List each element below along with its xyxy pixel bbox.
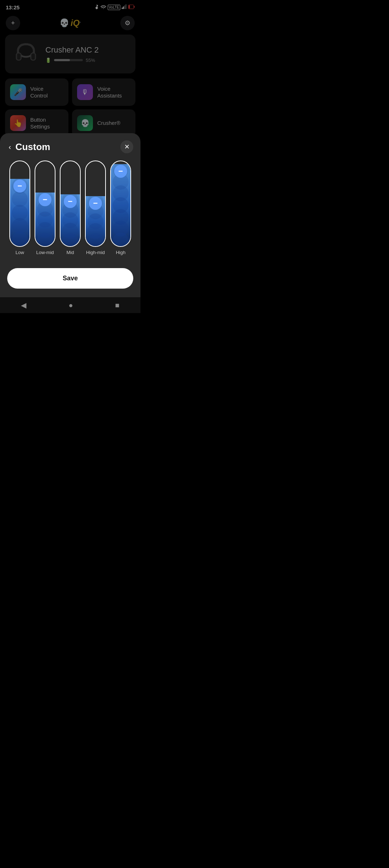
menu-grid: 🎤 VoiceControl 🎙 VoiceAssistants 👆 Butto…: [0, 78, 140, 137]
battery-bar-bg: [54, 59, 83, 61]
bottom-nav: ◀ ● ■: [0, 297, 140, 313]
eq-label-1: Low-mid: [36, 250, 54, 255]
menu-item-voice-control[interactable]: 🎤 VoiceControl: [5, 78, 68, 106]
device-info: Crusher ANC 2 🔋 55%: [45, 45, 129, 63]
battery-percentage: 55%: [86, 58, 95, 63]
status-icons: VoLTE: [94, 4, 135, 11]
eq-column-low-mid[interactable]: −Low-mid: [35, 161, 55, 255]
voice-assistants-label: VoiceAssistants: [97, 85, 122, 99]
crusher-label: Crusher®: [97, 119, 120, 127]
button-settings-label: ButtonSettings: [30, 116, 50, 130]
eq-column-low[interactable]: −Low: [9, 161, 30, 255]
add-button[interactable]: +: [6, 16, 20, 30]
device-image: [12, 40, 40, 68]
eq-marker-1[interactable]: −: [39, 193, 52, 206]
logo-q: Q: [73, 18, 80, 28]
eq-label-3: High-mid: [86, 250, 105, 255]
recent-nav-icon[interactable]: ■: [115, 301, 119, 309]
device-name: Crusher ANC 2: [45, 45, 129, 55]
battery-bar-fill: [54, 59, 70, 61]
logo-dot: .: [80, 18, 81, 24]
status-time: 13:25: [6, 4, 19, 10]
sheet-back-button[interactable]: ‹: [7, 141, 13, 153]
bubble-2-4: [62, 233, 78, 246]
svg-rect-2: [124, 5, 125, 9]
battery-row: 🔋 55%: [45, 58, 129, 63]
eq-column-high-mid[interactable]: −High-mid: [85, 161, 106, 255]
svg-rect-11: [32, 54, 35, 59]
eq-container: −Low−Low-mid−Mid−High-mid−High: [7, 161, 133, 255]
eq-label-4: High: [116, 250, 126, 255]
home-nav-icon[interactable]: ●: [68, 301, 73, 309]
skull-icon: 💀: [59, 18, 69, 28]
voice-control-label: VoiceControl: [30, 85, 48, 99]
eq-marker-0[interactable]: −: [13, 180, 26, 193]
svg-rect-3: [126, 4, 127, 9]
bubble-3-4: [88, 233, 103, 246]
battery-icon: [128, 5, 135, 10]
sheet-header: ‹ Custom ✕: [7, 140, 133, 153]
app-logo: 💀 iQ.: [59, 18, 81, 28]
top-nav: + 💀 iQ. ⚙: [0, 13, 140, 35]
eq-marker-4[interactable]: −: [114, 165, 127, 178]
wifi-icon: [100, 5, 106, 10]
bluetooth-icon: [94, 4, 99, 11]
eq-marker-2[interactable]: −: [64, 195, 77, 208]
eq-label-0: Low: [15, 250, 24, 255]
signal-icon: [122, 4, 127, 10]
bubble-0-4: [12, 231, 28, 246]
battery-small-icon: 🔋: [45, 58, 51, 63]
sheet-close-button[interactable]: ✕: [120, 140, 133, 153]
menu-item-crusher[interactable]: 💀 Crusher®: [72, 109, 135, 137]
crusher-icon: 💀: [77, 115, 93, 131]
status-bar: 13:25 VoLTE: [0, 0, 140, 13]
sheet-title: Custom: [15, 141, 120, 153]
menu-item-voice-assistants[interactable]: 🎙 VoiceAssistants: [72, 78, 135, 106]
bottom-sheet: ‹ Custom ✕ −Low−Low-mid−Mid−High-mid−Hig…: [0, 133, 140, 297]
eq-label-2: Mid: [67, 250, 74, 255]
bubble-1-4: [37, 233, 53, 246]
device-card: Crusher ANC 2 🔋 55%: [5, 35, 135, 73]
eq-marker-3[interactable]: −: [89, 197, 102, 210]
svg-rect-10: [17, 54, 20, 59]
logo-text: iQ.: [71, 18, 81, 28]
eq-column-high[interactable]: −High: [110, 161, 131, 255]
voice-assistants-icon: 🎙: [77, 84, 93, 100]
save-button[interactable]: Save: [7, 268, 133, 289]
svg-rect-5: [134, 6, 135, 8]
menu-item-button-settings[interactable]: 👆 ButtonSettings: [5, 109, 68, 137]
logo-i: i: [71, 18, 73, 28]
volte-icon: VoLTE: [108, 5, 120, 10]
svg-rect-1: [123, 6, 124, 9]
back-nav-icon[interactable]: ◀: [21, 301, 26, 309]
button-settings-icon: 👆: [10, 115, 26, 131]
headphone-image: [12, 40, 40, 68]
voice-control-icon: 🎤: [10, 84, 26, 100]
settings-button[interactable]: ⚙: [120, 16, 135, 30]
svg-rect-6: [129, 5, 130, 8]
eq-column-mid[interactable]: −Mid: [60, 161, 81, 255]
bubble-4-6: [113, 232, 129, 246]
svg-rect-0: [122, 8, 123, 9]
